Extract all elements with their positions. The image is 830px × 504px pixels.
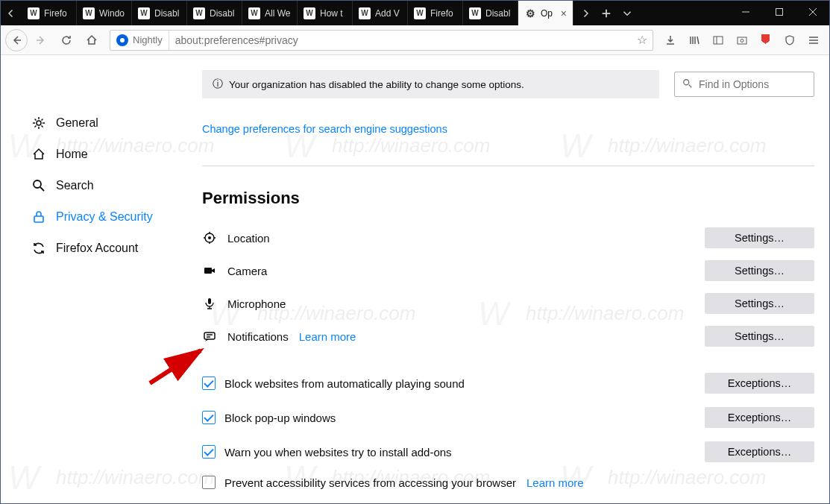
gear-icon bbox=[31, 115, 47, 131]
sidebar-item-label: Search bbox=[56, 179, 94, 192]
permission-label: Location bbox=[227, 232, 270, 245]
tab-2[interactable]: WDisabl bbox=[132, 1, 187, 25]
minimize-button[interactable] bbox=[729, 1, 762, 23]
sidebar-item-label: Firefox Account bbox=[56, 242, 138, 255]
tab-3[interactable]: WDisabl bbox=[187, 1, 242, 25]
prevent-a11y-checkbox[interactable] bbox=[202, 476, 216, 489]
find-in-options[interactable]: Find in Options bbox=[674, 72, 814, 97]
tab-label: Add V bbox=[375, 8, 401, 19]
prevent-a11y-row: Prevent accessibility services from acce… bbox=[202, 469, 814, 496]
search-placeholder: Find in Options bbox=[699, 78, 769, 90]
tab-label: Windo bbox=[99, 8, 125, 19]
window-close-button[interactable] bbox=[796, 1, 829, 23]
svg-point-6 bbox=[37, 121, 41, 125]
sidebar-item-home[interactable]: Home bbox=[25, 139, 180, 170]
bookmark-star-icon[interactable]: ☆ bbox=[632, 33, 653, 47]
notifications-learn-more-link[interactable]: Learn more bbox=[299, 330, 356, 343]
checkbox-label: Block pop-up windows bbox=[224, 412, 705, 424]
tab-close-icon[interactable]: × bbox=[561, 7, 567, 19]
warn-addons-exceptions-button[interactable]: Exceptions… bbox=[705, 441, 814, 462]
url-bar[interactable]: Nightly about:preferences#privacy ☆ bbox=[110, 30, 653, 51]
svg-rect-3 bbox=[714, 37, 723, 44]
notifications-settings-button[interactable]: Settings… bbox=[705, 326, 814, 347]
svg-rect-14 bbox=[204, 333, 215, 339]
menu-icon[interactable] bbox=[802, 29, 825, 51]
checkbox-label: Warn you when websites try to install ad… bbox=[224, 446, 705, 459]
downloads-icon[interactable] bbox=[659, 29, 682, 51]
toolbar-icons: ⛊ bbox=[659, 29, 825, 51]
shield-icon[interactable] bbox=[779, 29, 801, 51]
info-icon: ⓘ bbox=[213, 78, 223, 91]
tab-label: Disabl bbox=[154, 8, 180, 19]
sidebar-item-account[interactable]: Firefox Account bbox=[25, 233, 180, 264]
sidebar-item-privacy[interactable]: Privacy & Security bbox=[25, 201, 180, 233]
microphone-icon bbox=[202, 296, 217, 311]
permission-notifications-row: Notifications Learn more Settings… bbox=[202, 320, 814, 353]
identity-box[interactable]: Nightly bbox=[110, 31, 169, 50]
svg-point-9 bbox=[684, 79, 689, 84]
all-tabs-button[interactable] bbox=[618, 4, 636, 22]
favicon-w-icon: W bbox=[83, 7, 95, 19]
tab-1[interactable]: WWindo bbox=[77, 1, 132, 25]
a11y-learn-more-link[interactable]: Learn more bbox=[526, 476, 584, 489]
checkbox-label: Prevent accessibility services from acce… bbox=[224, 476, 516, 489]
tab-active[interactable]: ⚙ Op × bbox=[518, 1, 573, 25]
tab-scroll-right[interactable] bbox=[576, 4, 594, 22]
permission-label: Notifications bbox=[227, 330, 289, 343]
home-icon bbox=[31, 146, 47, 163]
sidebar-item-label: Home bbox=[56, 148, 88, 161]
sidebar-item-general[interactable]: General bbox=[25, 107, 180, 139]
separator bbox=[202, 166, 814, 166]
new-tab-button[interactable] bbox=[597, 4, 615, 22]
svg-point-5 bbox=[741, 39, 743, 42]
maximize-button[interactable] bbox=[762, 1, 796, 23]
tab-5[interactable]: WHow t bbox=[298, 1, 353, 25]
svg-rect-0 bbox=[776, 9, 782, 16]
block-popups-row: Block pop-up windows Exceptions… bbox=[202, 400, 814, 435]
tab-7[interactable]: WFirefo bbox=[408, 1, 463, 25]
library-icon[interactable] bbox=[683, 29, 705, 51]
tab-scroll-left[interactable] bbox=[1, 1, 22, 25]
tab-6[interactable]: WAdd V bbox=[353, 1, 408, 25]
favicon-w-icon: W bbox=[359, 7, 371, 19]
ublock-icon[interactable]: ⛊ bbox=[755, 29, 777, 51]
block-autoplay-exceptions-button[interactable]: Exceptions… bbox=[705, 373, 814, 394]
checkbox-label: Block websites from automatically playin… bbox=[224, 377, 705, 390]
block-autoplay-checkbox[interactable] bbox=[202, 377, 216, 390]
svg-rect-4 bbox=[738, 37, 746, 44]
notifications-icon bbox=[202, 329, 217, 344]
sidebar-item-search[interactable]: Search bbox=[25, 170, 180, 201]
camera-settings-button[interactable]: Settings… bbox=[705, 260, 814, 281]
back-button[interactable] bbox=[5, 29, 28, 51]
warn-addons-row: Warn you when websites try to install ad… bbox=[202, 435, 814, 469]
block-popups-checkbox[interactable] bbox=[202, 411, 216, 424]
sidebar-toggle-icon[interactable] bbox=[707, 29, 729, 51]
gear-icon: ⚙ bbox=[524, 7, 536, 19]
tab-0[interactable]: WFirefo bbox=[22, 1, 77, 25]
tab-label: Firefo bbox=[430, 8, 456, 19]
tab-strip: WFirefo WWindo WDisabl WDisabl WAll We W… bbox=[22, 1, 573, 25]
block-popups-exceptions-button[interactable]: Exceptions… bbox=[705, 407, 814, 428]
favicon-w-icon: W bbox=[469, 7, 481, 19]
tab-controls bbox=[573, 1, 639, 25]
tab-label: Disabl bbox=[485, 8, 512, 19]
prefs-sidebar: General Home Search Privacy & Security F… bbox=[1, 55, 180, 503]
warn-addons-checkbox[interactable] bbox=[202, 445, 216, 459]
screenshot-icon[interactable] bbox=[731, 29, 753, 51]
home-button[interactable] bbox=[80, 28, 104, 52]
tab-4[interactable]: WAll We bbox=[242, 1, 298, 25]
permission-location-row: Location Settings… bbox=[202, 221, 814, 254]
reload-button[interactable] bbox=[54, 28, 78, 52]
svg-rect-8 bbox=[34, 216, 43, 222]
window-controls bbox=[729, 1, 829, 25]
svg-point-10 bbox=[208, 236, 211, 239]
identity-label: Nightly bbox=[133, 34, 163, 45]
location-settings-button[interactable]: Settings… bbox=[705, 227, 814, 248]
search-suggestions-link[interactable]: Change preferences for search engine sug… bbox=[202, 123, 447, 135]
microphone-settings-button[interactable]: Settings… bbox=[705, 293, 814, 314]
search-icon bbox=[31, 177, 47, 194]
favicon-w-icon: W bbox=[414, 7, 426, 19]
forward-button[interactable] bbox=[29, 28, 53, 52]
url-text[interactable]: about:preferences#privacy bbox=[169, 34, 632, 46]
tab-8[interactable]: WDisabl bbox=[463, 1, 518, 25]
